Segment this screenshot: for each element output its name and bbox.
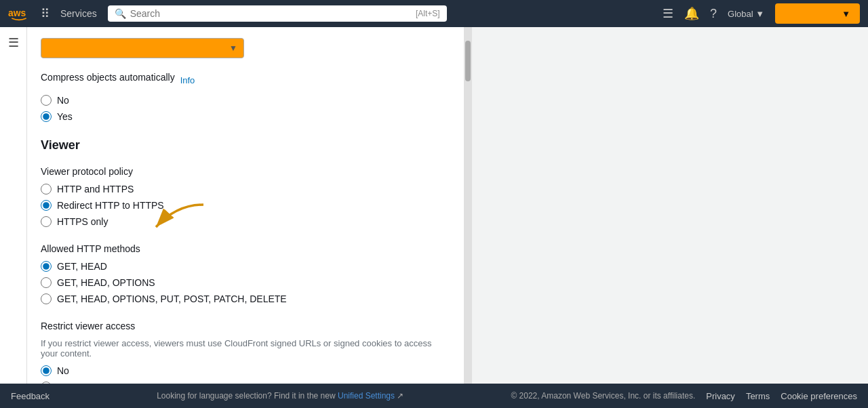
restrict-no-radio[interactable] (41, 365, 52, 376)
get-head-options-radio[interactable] (41, 277, 52, 288)
compress-yes-option[interactable]: Yes (41, 111, 437, 122)
compress-label: Compress objects automatically (41, 72, 175, 83)
nav-right: ☰ 🔔 ? Global ▼ ▼ (663, 3, 860, 24)
https-only-label: HTTPS only (57, 216, 108, 227)
restrict-no-option[interactable]: No (41, 365, 437, 376)
get-head-options-option[interactable]: GET, HEAD, OPTIONS (41, 277, 437, 288)
viewer-protocol-section: Viewer protocol policy HTTP and HTTPS Re… (41, 166, 437, 227)
get-head-label: GET, HEAD (57, 261, 107, 272)
all-methods-radio[interactable] (41, 293, 52, 304)
info-link[interactable]: Info (180, 75, 195, 85)
search-input[interactable] (130, 8, 412, 19)
dropdown-select[interactable] (41, 38, 244, 58)
allowed-methods-radio-group: GET, HEAD GET, HEAD, OPTIONS GET, HEAD, … (41, 261, 437, 304)
top-nav: aws ⠿ Services 🔍 [Alt+S] ☰ 🔔 ? Global ▼ … (0, 0, 868, 27)
scrollbar[interactable] (464, 27, 472, 384)
bell-icon[interactable]: 🔔 (684, 6, 699, 21)
compress-section: Compress objects automatically Info No Y… (41, 72, 437, 122)
all-methods-option[interactable]: GET, HEAD, OPTIONS, PUT, POST, PATCH, DE… (41, 293, 437, 304)
viewer-protocol-label: Viewer protocol policy (41, 166, 437, 177)
grid-icon[interactable]: ⠿ (41, 6, 50, 21)
help-icon[interactable]: ? (710, 7, 717, 21)
page-wrapper: ☰ ▼ Compress objects automatically Info … (0, 27, 868, 384)
restrict-access-label: Restrict viewer access (41, 321, 437, 331)
compress-radio-group: No Yes (41, 95, 437, 122)
search-icon: 🔍 (115, 8, 126, 19)
notifications-icon[interactable]: ☰ (663, 6, 673, 21)
services-link[interactable]: Services (60, 8, 97, 19)
dropdown-row: ▼ (41, 38, 437, 58)
compress-yes-label: Yes (57, 111, 73, 122)
compress-no-radio[interactable] (41, 95, 52, 106)
allowed-methods-section: Allowed HTTP methods GET, HEAD GET, HEAD… (41, 243, 437, 304)
viewer-protocol-radio-group: HTTP and HTTPS Redirect HTTP to HTTPS HT… (41, 184, 437, 227)
chevron-down-icon: ▼ (229, 43, 237, 53)
compress-no-option[interactable]: No (41, 95, 437, 106)
compress-yes-radio[interactable] (41, 111, 52, 122)
scrollbar-thumb[interactable] (465, 41, 471, 81)
main-content: ▼ Compress objects automatically Info No… (27, 27, 464, 384)
compress-no-label: No (57, 95, 69, 106)
dropdown-wrapper[interactable]: ▼ (41, 38, 244, 58)
redirect-https-radio[interactable] (41, 200, 52, 211)
sidebar: ☰ (0, 27, 27, 384)
restrict-access-section: Restrict viewer access If you restrict v… (41, 321, 437, 384)
allowed-methods-label: Allowed HTTP methods (41, 243, 437, 254)
svg-text:aws: aws (8, 7, 26, 18)
https-only-radio[interactable] (41, 216, 52, 227)
aws-logo: aws (8, 3, 30, 24)
http-https-label: HTTP and HTTPS (57, 184, 134, 195)
get-head-radio[interactable] (41, 261, 52, 272)
https-only-option[interactable]: HTTPS only (41, 216, 437, 227)
all-methods-label: GET, HEAD, OPTIONS, PUT, POST, PATCH, DE… (57, 293, 287, 304)
restrict-access-radio-group: No Yes (41, 365, 437, 384)
redirect-https-option[interactable]: Redirect HTTP to HTTPS (41, 200, 437, 211)
viewer-heading: Viewer (41, 138, 437, 152)
right-panel (472, 27, 868, 384)
http-https-radio[interactable] (41, 184, 52, 195)
search-bar[interactable]: 🔍 [Alt+S] (108, 5, 447, 22)
sidebar-toggle-icon[interactable]: ☰ (8, 35, 19, 50)
get-head-option[interactable]: GET, HEAD (41, 261, 437, 272)
http-https-option[interactable]: HTTP and HTTPS (41, 184, 437, 195)
restrict-no-label: No (57, 365, 69, 376)
get-head-options-label: GET, HEAD, OPTIONS (57, 277, 155, 288)
search-shortcut: [Alt+S] (416, 9, 440, 18)
region-selector[interactable]: Global ▼ (728, 9, 764, 19)
redirect-https-label: Redirect HTTP to HTTPS (57, 200, 164, 211)
account-button[interactable]: ▼ (775, 3, 860, 24)
restrict-access-desc: If you restrict viewer access, viewers m… (41, 338, 437, 359)
